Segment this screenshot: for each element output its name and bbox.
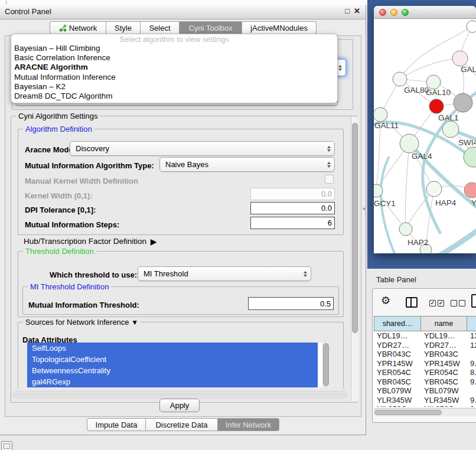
node-salmon[interactable] <box>464 182 476 198</box>
scrollbar-thumb[interactable] <box>374 410 442 415</box>
hub-section-toggle[interactable]: Hub/Transcription Factor Definition ▶ <box>24 236 155 246</box>
dropdown-item[interactable]: Bayesian – K2 <box>11 82 337 92</box>
minimized-panel-icon[interactable] <box>1 441 12 450</box>
node-gal-pink[interactable] <box>452 51 468 66</box>
column-header-name[interactable]: name <box>421 316 467 331</box>
gear-icon[interactable]: ⚙ <box>381 294 390 307</box>
node-gray[interactable] <box>454 93 472 112</box>
checked-checkbox-icon[interactable]: ✓ <box>429 300 436 306</box>
kernel-width-field[interactable] <box>250 188 335 200</box>
settings-vertical-scrollbar[interactable] <box>351 117 358 401</box>
manual-kernel-checkbox[interactable] <box>325 175 334 184</box>
hub-section-label: Hub/Transcription Factor Definition <box>24 237 146 246</box>
cell-value: 9. <box>467 377 476 387</box>
unchecked-checkbox-icon[interactable] <box>451 300 457 306</box>
node-gal4[interactable] <box>400 134 419 153</box>
scrollbar-thumb[interactable] <box>14 392 346 397</box>
table-row[interactable]: YIL052C YIL052C 9 <box>374 405 476 407</box>
tab-cyni-toolbox[interactable]: Cyni Toolbox <box>180 21 242 34</box>
table-row[interactable]: YBR043C YBR043C <box>374 350 476 359</box>
unchecked-checkbox-icon[interactable] <box>459 300 465 306</box>
node-gal80[interactable] <box>393 72 407 86</box>
node-label: GAL10 <box>426 88 451 97</box>
table-row[interactable]: YLR345W YLR345W 9. <box>374 396 476 405</box>
cell-shared-name: YDL19… <box>374 331 421 341</box>
tab-infer-network[interactable]: Infer Network <box>218 418 279 431</box>
column-header-third[interactable]: A <box>467 316 476 331</box>
node-gal1[interactable] <box>442 121 459 138</box>
columns-icon[interactable] <box>406 297 418 308</box>
cell-name: YDL19… <box>421 331 467 341</box>
network-window-titlebar[interactable] <box>374 6 476 19</box>
cell-value: 13 <box>467 331 476 341</box>
dropdown-item[interactable]: Bayesian – Hill Climbing <box>11 44 337 53</box>
zoom-window-icon[interactable] <box>402 9 409 16</box>
node-swi4[interactable] <box>464 147 476 167</box>
aracne-mode-combo[interactable]: Discovery <box>70 141 335 156</box>
node-hap4[interactable] <box>426 181 442 197</box>
dpi-tolerance-field[interactable] <box>250 202 335 214</box>
combo-arrows-icon <box>304 271 307 277</box>
node-labels: GAL GAL80 GAL10 GAL1 GAL11 SWI4 GAL4 GCY… <box>374 65 476 247</box>
function-builder-icon[interactable] <box>471 294 476 308</box>
table-row[interactable]: YER054C YER054C 8. <box>374 368 476 377</box>
node-red[interactable] <box>429 99 444 113</box>
table-row[interactable]: YPR145W YPR145W 9. <box>374 359 476 369</box>
settings-horizontal-scrollbar[interactable] <box>13 391 347 398</box>
list-item-selected[interactable]: SelfLoops <box>27 343 318 354</box>
cell-shared-name: YBL079W <box>374 386 421 396</box>
cell-shared-name: YER054C <box>374 368 421 377</box>
expanded-arrow-icon[interactable]: ▼ <box>131 318 138 327</box>
close-panel-icon[interactable]: ✕ <box>354 6 360 15</box>
node-gal11[interactable] <box>374 107 387 122</box>
apply-button[interactable]: Apply <box>159 399 200 412</box>
tab-discretize-data[interactable]: Discretize Data <box>146 418 218 431</box>
dropdown-item[interactable]: Mutual Information Inference <box>11 73 337 82</box>
scrollbar-thumb[interactable] <box>352 123 358 333</box>
dropdown-item-selected[interactable]: ARACNE Algorithm <box>11 63 337 72</box>
table-horizontal-scrollbar[interactable] <box>374 408 476 416</box>
table-panel-title: Table Panel <box>376 275 416 284</box>
tab-jactivemnodules-label: jActiveMNodules <box>250 22 308 34</box>
tab-style[interactable]: Style <box>106 21 141 34</box>
tab-impute-data[interactable]: Impute Data <box>87 418 146 431</box>
dropdown-item[interactable]: Dream8 DC_TDC Algorithm <box>11 92 337 101</box>
data-attributes-list[interactable]: SelfLoops TopologicalCoefficient Between… <box>27 343 330 387</box>
network-canvas[interactable]: GAL GAL80 GAL10 GAL1 GAL11 SWI4 GAL4 GCY… <box>374 19 476 253</box>
sources-title: Sources for Network Inference ▼ <box>23 318 141 327</box>
table-row[interactable]: YBL079W YBL079W <box>374 386 476 396</box>
tab-select[interactable]: Select <box>141 21 180 34</box>
cell-name: YDR27… <box>421 341 467 350</box>
collapsed-arrow-icon: ▶ <box>151 237 157 246</box>
tab-jactivemnodules[interactable]: jActiveMNodules <box>242 21 317 34</box>
table-row[interactable]: YDR27… YDR27… 12 <box>374 341 476 350</box>
cell-name: YBL079W <box>421 386 467 396</box>
mi-steps-field[interactable] <box>250 217 335 229</box>
list-vertical-scrollbar[interactable] <box>322 343 330 387</box>
node-label: SWI4 <box>458 138 476 147</box>
dropdown-item[interactable]: Basic Correlation Inference <box>11 53 337 63</box>
mi-algorithm-type-combo[interactable]: Naive Bayes <box>159 157 335 172</box>
node-unlabeled[interactable] <box>467 21 476 32</box>
table-row[interactable]: YDL19… YDL19… 13 <box>374 331 476 341</box>
list-item-selected[interactable]: BetweennessCentrality <box>27 365 318 376</box>
column-header-shared-name[interactable]: shared… <box>374 316 421 331</box>
close-window-icon[interactable] <box>379 9 386 16</box>
scrollbar-thumb[interactable] <box>323 343 329 386</box>
screen: Control Panel □ ✕ Network Style Select <box>0 0 476 450</box>
list-item-selected[interactable]: gal4RGexp <box>27 376 318 387</box>
tab-network[interactable]: Network <box>50 21 106 34</box>
which-threshold-combo[interactable]: MI Threshold <box>138 266 311 281</box>
float-window-icon[interactable]: □ <box>345 6 350 15</box>
minimize-window-icon[interactable] <box>390 9 397 16</box>
mi-steps-label: Mutual Information Steps: <box>25 220 119 229</box>
top-strip-tick <box>6 1 6 4</box>
table-row[interactable]: YBR045C YBR045C 9. <box>374 377 476 387</box>
node-label: Y <box>471 198 476 207</box>
network-view-window: GAL GAL80 GAL10 GAL1 GAL11 SWI4 GAL4 GCY… <box>374 6 476 253</box>
list-item-selected[interactable]: TopologicalCoefficient <box>27 354 318 365</box>
mi-threshold-field[interactable] <box>248 297 334 310</box>
mi-algorithm-type-label: Mutual Information Algorithm Type: <box>25 161 154 170</box>
node-hap2[interactable] <box>399 223 412 236</box>
checked-checkbox-icon[interactable]: ✓ <box>438 300 444 306</box>
